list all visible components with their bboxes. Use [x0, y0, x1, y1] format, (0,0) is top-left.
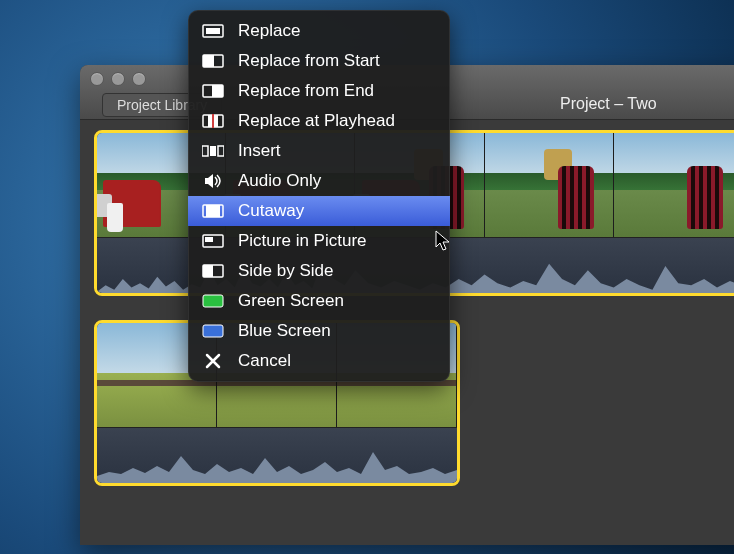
svg-rect-19 — [203, 325, 223, 337]
close-window-button[interactable] — [90, 72, 104, 86]
audio-waveform — [97, 427, 457, 483]
menu-item-replace-from-start[interactable]: Replace from Start — [188, 46, 450, 76]
menu-item-label: Cancel — [238, 351, 291, 371]
menu-item-label: Green Screen — [238, 291, 344, 311]
audio-icon — [202, 173, 224, 189]
window-controls — [90, 72, 146, 86]
menu-item-label: Picture in Picture — [238, 231, 367, 251]
menu-item-insert[interactable]: Insert — [188, 136, 450, 166]
menu-item-replace[interactable]: Replace — [188, 16, 450, 46]
menu-item-label: Replace — [238, 21, 300, 41]
menu-item-label: Replace from Start — [238, 51, 380, 71]
menu-item-label: Side by Side — [238, 261, 333, 281]
menu-item-label: Replace at Playhead — [238, 111, 395, 131]
svg-rect-15 — [205, 237, 213, 242]
minimize-window-button[interactable] — [111, 72, 125, 86]
pip-icon — [202, 233, 224, 249]
side-by-side-icon — [202, 263, 224, 279]
svg-rect-9 — [202, 146, 208, 156]
clip-drop-context-menu: Replace Replace from Start Replace from … — [188, 10, 450, 382]
menu-item-label: Insert — [238, 141, 281, 161]
menu-item-cutaway[interactable]: Cutaway — [188, 196, 450, 226]
svg-rect-17 — [203, 265, 213, 277]
svg-rect-13 — [206, 205, 220, 217]
menu-item-label: Cutaway — [238, 201, 304, 221]
menu-item-replace-from-end[interactable]: Replace from End — [188, 76, 450, 106]
svg-rect-18 — [203, 295, 223, 307]
cutaway-icon — [202, 203, 224, 219]
menu-item-blue-screen[interactable]: Blue Screen — [188, 316, 450, 346]
clip-thumbnail[interactable] — [614, 133, 734, 237]
menu-item-side-by-side[interactable]: Side by Side — [188, 256, 450, 286]
replace-end-icon — [202, 83, 224, 99]
menu-item-label: Replace from End — [238, 81, 374, 101]
menu-item-cancel[interactable]: Cancel — [188, 346, 450, 376]
project-title: Project – Two — [560, 95, 734, 113]
svg-rect-5 — [212, 85, 223, 97]
green-screen-icon — [202, 293, 224, 309]
blue-screen-icon — [202, 323, 224, 339]
mouse-cursor-icon — [435, 230, 453, 254]
replace-start-icon — [202, 53, 224, 69]
svg-rect-11 — [218, 146, 224, 156]
replace-playhead-icon — [202, 113, 224, 129]
menu-item-picture-in-picture[interactable]: Picture in Picture — [188, 226, 450, 256]
menu-item-label: Audio Only — [238, 171, 321, 191]
svg-rect-1 — [206, 28, 220, 34]
menu-item-label: Blue Screen — [238, 321, 331, 341]
menu-item-green-screen[interactable]: Green Screen — [188, 286, 450, 316]
zoom-window-button[interactable] — [132, 72, 146, 86]
svg-rect-10 — [210, 146, 216, 156]
cancel-icon — [202, 353, 224, 369]
replace-icon — [202, 23, 224, 39]
menu-item-replace-at-playhead[interactable]: Replace at Playhead — [188, 106, 450, 136]
svg-rect-3 — [203, 55, 214, 67]
clip-thumbnail[interactable] — [485, 133, 614, 237]
menu-item-audio-only[interactable]: Audio Only — [188, 166, 450, 196]
insert-icon — [202, 143, 224, 159]
